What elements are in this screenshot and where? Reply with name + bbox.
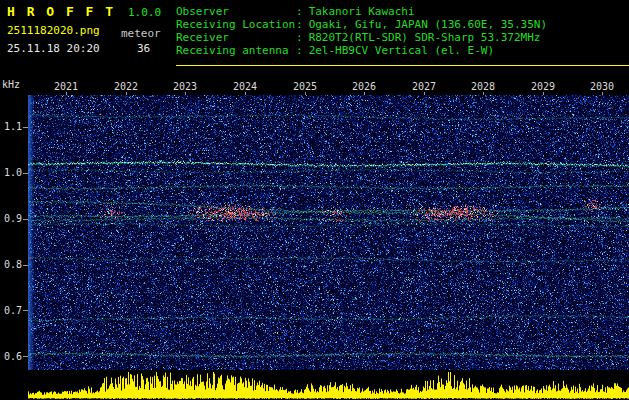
info-label: Receiving Location — [176, 18, 296, 31]
info-label: Receiving antenna — [176, 44, 296, 57]
info-separator: : — [296, 18, 303, 31]
x-tick-label: 2027 — [406, 81, 442, 92]
y-tick-label: 1.1 — [1, 121, 22, 132]
hrofft-output: H R O F F T 1.0.0 2511182020.png meteor … — [0, 0, 629, 400]
y-tick-label: 0.8 — [1, 259, 22, 270]
station-info: Observer:Takanori Kawachi Receiving Loca… — [176, 5, 547, 57]
y-tick-label: 0.7 — [1, 305, 22, 316]
app-title: H R O F F T — [7, 4, 115, 19]
spectrogram — [28, 95, 629, 370]
header-underline — [176, 65, 629, 66]
info-label: Receiver — [176, 31, 296, 44]
info-separator: : — [296, 5, 303, 18]
info-row-antenna: Receiving antenna:2el-HB9CV Vertical (el… — [176, 44, 547, 57]
y-tick-label: 0.6 — [1, 351, 22, 362]
x-tick-label: 2026 — [346, 81, 382, 92]
info-row-observer: Observer:Takanori Kawachi — [176, 5, 547, 18]
x-tick-label: 2021 — [48, 81, 84, 92]
info-value: 2el-HB9CV Vertical (el. E-W) — [309, 44, 494, 57]
y-axis-unit: kHz — [2, 79, 20, 90]
info-row-receiver: Receiver:R820T2(RTL-SDR) SDR-Sharp 53.37… — [176, 31, 547, 44]
y-tick-label: 1.0 — [1, 167, 22, 178]
x-tick-label: 2022 — [108, 81, 144, 92]
info-row-location: Receiving Location:Ogaki, Gifu, JAPAN (1… — [176, 18, 547, 31]
info-value: R820T2(RTL-SDR) SDR-Sharp 53.372MHz — [309, 31, 541, 44]
info-separator: : — [296, 44, 303, 57]
x-tick-label: 2028 — [465, 81, 501, 92]
info-separator: : — [296, 31, 303, 44]
info-value: Takanori Kawachi — [309, 5, 415, 18]
x-tick-label: 2030 — [584, 81, 620, 92]
amplitude-plot — [28, 370, 629, 400]
x-tick-label: 2023 — [167, 81, 203, 92]
datetime-label: 25.11.18 20:20 — [7, 42, 100, 55]
info-value: Ogaki, Gifu, JAPAN (136.60E, 35.35N) — [309, 18, 547, 31]
info-label: Observer — [176, 5, 296, 18]
y-tick-label: 0.9 — [1, 213, 22, 224]
mode-label: meteor — [121, 27, 161, 40]
app-version: 1.0.0 — [128, 6, 161, 19]
echo-count: 36 — [137, 42, 150, 55]
output-filename: 2511182020.png — [7, 24, 100, 37]
x-tick-label: 2029 — [525, 81, 561, 92]
x-tick-label: 2025 — [287, 81, 323, 92]
x-tick-label: 2024 — [227, 81, 263, 92]
